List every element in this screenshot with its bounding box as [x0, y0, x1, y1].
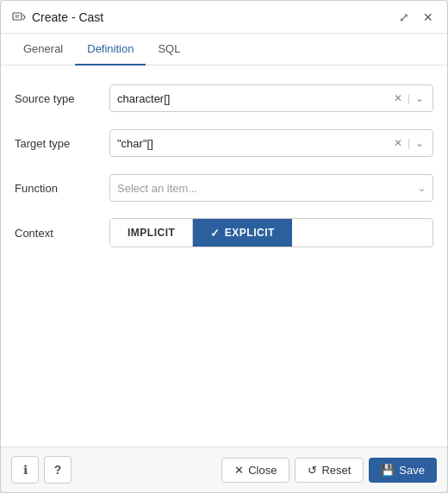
target-type-value: "char"[] [117, 137, 392, 150]
footer: ℹ ? ✕ Close ↺ Reset 💾 Save [1, 446, 447, 492]
explicit-label: EXPLICIT [225, 227, 275, 239]
source-type-dropdown-button[interactable]: ⌄ [414, 93, 426, 103]
tabs-bar: General Definition SQL [1, 34, 447, 66]
explicit-button[interactable]: ✓ EXPLICIT [193, 219, 292, 246]
implicit-label: IMPLICIT [128, 227, 175, 239]
info-icon: ℹ [23, 463, 28, 477]
close-button[interactable]: ✕ Close [221, 458, 289, 483]
source-type-row: Source type character[] ✕ | ⌄ [15, 83, 433, 114]
target-type-label: Target type [15, 137, 109, 150]
check-icon: ✓ [210, 227, 221, 240]
reset-icon: ↺ [308, 464, 317, 477]
source-type-label: Source type [15, 92, 109, 105]
context-toggle: IMPLICIT ✓ EXPLICIT [109, 218, 433, 247]
tab-general[interactable]: General [11, 34, 75, 66]
tab-definition[interactable]: Definition [75, 34, 146, 66]
footer-left: ℹ ? [11, 456, 72, 484]
close-icon: ✕ [234, 464, 244, 477]
source-type-clear-button[interactable]: ✕ [392, 93, 404, 103]
tab-sql[interactable]: SQL [146, 34, 192, 66]
target-type-control: "char"[] ✕ | ⌄ [109, 129, 433, 157]
help-icon: ? [54, 463, 62, 477]
target-type-clear-button[interactable]: ✕ [392, 138, 404, 148]
expand-button[interactable]: ⤢ [395, 9, 413, 25]
source-type-actions: ✕ | ⌄ [392, 92, 426, 104]
close-label: Close [248, 464, 277, 477]
function-label: Function [15, 182, 109, 195]
implicit-button[interactable]: IMPLICIT [110, 219, 193, 246]
context-label: Context [15, 227, 109, 240]
svg-rect-0 [13, 13, 22, 20]
source-type-value: character[] [117, 92, 392, 105]
target-type-separator: | [408, 137, 410, 149]
create-cast-dialog: Create - Cast ⤢ ✕ General Definition SQL… [0, 0, 448, 493]
context-row: Context IMPLICIT ✓ EXPLICIT [15, 217, 433, 248]
function-control: Select an item... ⌄ [109, 174, 433, 202]
function-chevron-icon: ⌄ [418, 183, 426, 194]
function-select[interactable]: Select an item... ⌄ [109, 174, 433, 202]
reset-button[interactable]: ↺ Reset [295, 458, 364, 483]
target-type-dropdown-button[interactable]: ⌄ [414, 138, 426, 148]
target-type-row: Target type "char"[] ✕ | ⌄ [15, 128, 433, 159]
reset-label: Reset [321, 464, 351, 477]
target-type-actions: ✕ | ⌄ [392, 137, 426, 149]
context-control: IMPLICIT ✓ EXPLICIT [109, 218, 433, 247]
close-window-button[interactable]: ✕ [420, 9, 437, 25]
footer-right: ✕ Close ↺ Reset 💾 Save [221, 458, 437, 483]
form-content: Source type character[] ✕ | ⌄ Target typ… [1, 66, 447, 446]
title-left: Create - Cast [11, 9, 103, 25]
title-actions: ⤢ ✕ [395, 9, 437, 25]
source-type-control: character[] ✕ | ⌄ [109, 84, 433, 112]
save-label: Save [399, 464, 425, 477]
save-button[interactable]: 💾 Save [369, 458, 437, 483]
info-button[interactable]: ℹ [11, 456, 39, 484]
function-row: Function Select an item... ⌄ [15, 172, 433, 203]
source-type-separator: | [408, 92, 410, 104]
dialog-title: Create - Cast [32, 10, 103, 24]
target-type-input[interactable]: "char"[] ✕ | ⌄ [109, 129, 433, 157]
help-button[interactable]: ? [44, 456, 72, 484]
title-bar: Create - Cast ⤢ ✕ [1, 1, 447, 34]
cast-icon [11, 9, 27, 25]
function-placeholder: Select an item... [117, 182, 418, 195]
save-icon: 💾 [381, 464, 395, 477]
source-type-input[interactable]: character[] ✕ | ⌄ [109, 84, 433, 112]
